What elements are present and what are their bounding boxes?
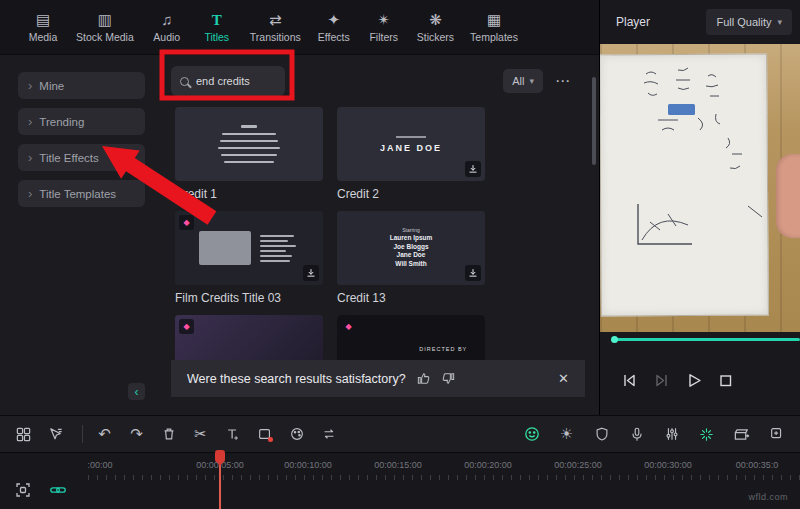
title-card-partial-cast[interactable]: CAST ◆ (175, 315, 323, 361)
titles-icon: T (212, 12, 222, 28)
play-icon[interactable] (684, 371, 703, 390)
microphone-icon[interactable] (627, 425, 646, 444)
next-frame-icon[interactable] (652, 371, 671, 390)
shield-icon[interactable] (592, 425, 611, 444)
search-icon (180, 77, 189, 86)
stock-media-icon: ▥ (98, 12, 112, 28)
sidebar-item-trending[interactable]: › Trending (18, 108, 145, 135)
apps-icon[interactable] (14, 425, 33, 444)
media-icon: ▤ (36, 12, 50, 28)
redo-icon[interactable]: ↷ (127, 425, 146, 444)
player-title: Player (616, 15, 650, 29)
link-clips-icon[interactable] (49, 481, 67, 499)
close-icon[interactable]: ✕ (558, 371, 569, 386)
download-icon[interactable] (303, 265, 319, 281)
add-track-icon[interactable] (767, 425, 786, 444)
time-tick: :00:00 (87, 460, 112, 470)
audio-mixer-icon[interactable] (662, 425, 681, 444)
filter-all-dropdown[interactable]: All ▾ (503, 69, 543, 93)
time-tick: 00:00:20:00 (464, 460, 512, 470)
thumbs-down-icon[interactable] (441, 371, 456, 386)
tab-stickers[interactable]: ❋ Stickers (417, 12, 454, 43)
title-card-film-credits-03[interactable]: ◆ Film Credits Title 03 (175, 211, 323, 305)
chevron-right-icon: › (28, 79, 32, 92)
sidebar-item-mine[interactable]: › Mine (18, 72, 145, 99)
titles-sidebar: › Mine › Trending › Title Effects › Titl… (0, 55, 165, 415)
transitions-icon: ⇄ (269, 12, 282, 28)
search-input[interactable]: end credits (171, 66, 285, 96)
title-card-credit-13[interactable]: Starring Lauren Ipsum Joe Bloggs Jane Do… (337, 211, 485, 305)
presenter-hand (776, 154, 800, 238)
split-scissors-icon[interactable]: ✂ (191, 425, 210, 444)
frame-preview-icon[interactable] (14, 481, 32, 499)
playhead[interactable] (219, 450, 221, 509)
tab-filters[interactable]: ✴ Filters (367, 12, 401, 43)
tab-stock-media[interactable]: ▥ Stock Media (76, 12, 134, 43)
delete-icon[interactable] (159, 425, 178, 444)
playback-progress-bar[interactable] (612, 338, 800, 341)
select-tool-icon[interactable] (46, 425, 65, 444)
quality-dropdown[interactable]: Full Quality ▾ (706, 9, 792, 35)
progress-handle[interactable] (611, 336, 618, 343)
previous-frame-icon[interactable] (620, 371, 639, 390)
title-thumbnail[interactable]: Starring Lauren Ipsum Joe Bloggs Jane Do… (337, 211, 485, 285)
content-scrollbar[interactable] (592, 77, 596, 165)
time-tick: 00:00:10:00 (284, 460, 332, 470)
title-thumbnail[interactable]: DIRECTED BY ◆ (337, 315, 485, 361)
title-thumbnail[interactable] (175, 107, 323, 181)
tab-effects[interactable]: ✦ Effects (317, 12, 351, 43)
feedback-question: Were these search results satisfactory? (187, 372, 406, 386)
edit-toolbar: ↶ ↷ ✂ ☀ (0, 415, 800, 453)
adjust-sun-icon[interactable]: ☀ (557, 425, 576, 444)
download-icon[interactable] (465, 161, 481, 177)
more-options-button[interactable]: ⋯ (555, 72, 571, 90)
chevron-down-icon: ▾ (529, 76, 534, 86)
time-tick: 00:00:35:0 (736, 460, 779, 470)
mask-icon[interactable] (255, 425, 274, 444)
timeline[interactable]: :00:00 00:00:05:00 00:00:10:00 00:00:15:… (0, 453, 800, 509)
chevron-right-icon: › (28, 187, 32, 200)
title-thumbnail[interactable]: CAST ◆ (175, 315, 323, 361)
keyframe-icon[interactable] (319, 425, 338, 444)
tab-media[interactable]: ▤ Media (26, 12, 60, 43)
filters-icon: ✴ (377, 12, 390, 28)
title-card-partial-directed-by[interactable]: DIRECTED BY ◆ (337, 315, 485, 361)
asset-tab-bar: ▤ Media ▥ Stock Media ♫ Audio T Titles ⇄ (0, 0, 599, 55)
chevron-right-icon: › (28, 151, 32, 164)
stop-icon[interactable] (716, 371, 735, 390)
sidebar-item-title-templates[interactable]: › Title Templates (18, 180, 145, 207)
title-name: Credit 2 (337, 187, 485, 201)
search-value: end credits (196, 75, 250, 87)
titles-content: end credits All ▾ ⋯ (165, 55, 599, 415)
filmora-window: ▤ Media ▥ Stock Media ♫ Audio T Titles ⇄ (0, 0, 800, 509)
time-tick: 00:00:25:00 (554, 460, 602, 470)
effects-icon: ✦ (327, 12, 340, 28)
tab-audio[interactable]: ♫ Audio (150, 12, 184, 43)
video-preview[interactable] (600, 44, 800, 332)
time-tick: 00:00:30:00 (644, 460, 692, 470)
beauty-smiley-icon[interactable] (522, 425, 541, 444)
title-thumbnail[interactable]: ◆ (175, 211, 323, 285)
title-card-credit-1[interactable]: Credit 1 (175, 107, 323, 201)
playhead-handle[interactable] (215, 450, 225, 462)
notification-dot (268, 437, 273, 442)
tab-titles[interactable]: T Titles (200, 12, 234, 43)
title-thumbnail[interactable]: JANE DOE (337, 107, 485, 181)
color-palette-icon[interactable] (287, 425, 306, 444)
undo-icon[interactable]: ↶ (95, 425, 114, 444)
title-name: Credit 1 (175, 187, 323, 201)
audio-icon: ♫ (161, 12, 172, 28)
thumbs-up-icon[interactable] (416, 371, 431, 386)
tab-transitions[interactable]: ⇄ Transitions (250, 12, 301, 43)
light-effect-icon[interactable] (697, 425, 716, 444)
tab-templates[interactable]: ▦ Templates (470, 12, 518, 43)
title-card-credit-2[interactable]: JANE DOE Credit 2 (337, 107, 485, 201)
title-name: Film Credits Title 03 (175, 291, 323, 305)
sidebar-item-title-effects[interactable]: › Title Effects (18, 144, 145, 171)
watermark: wfld.com (748, 492, 788, 502)
speed-clapper-icon[interactable] (732, 425, 751, 444)
playback-controls (600, 346, 800, 415)
text-add-icon[interactable] (223, 425, 242, 444)
download-icon[interactable] (465, 265, 481, 281)
sidebar-collapse-button[interactable]: ‹ (128, 383, 145, 400)
